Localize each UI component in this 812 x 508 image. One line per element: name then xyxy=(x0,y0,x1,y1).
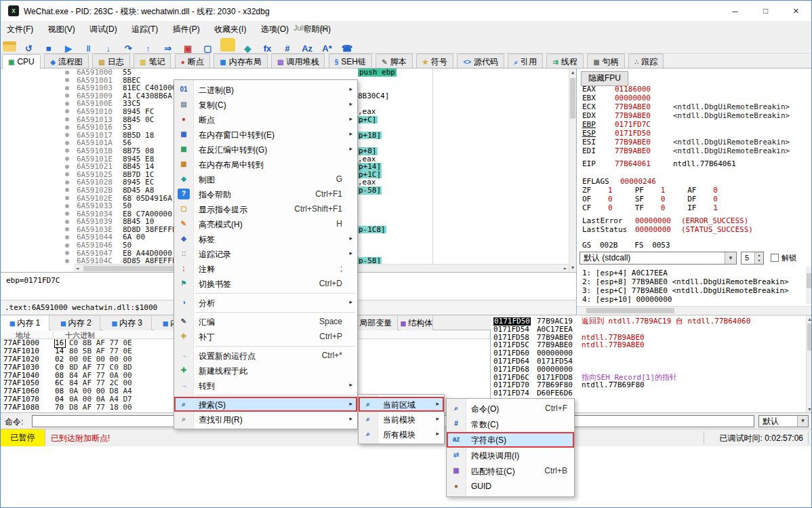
submenu-item[interactable]: ⌕ 当前模块 ▸ xyxy=(359,412,444,427)
scroll-down-arrow-icon[interactable]: ▼ xyxy=(807,407,812,412)
view-tab[interactable]: ◆流程图 xyxy=(44,54,89,68)
breakpoint-dot-icon[interactable] xyxy=(65,259,69,263)
submenu-item[interactable]: ⇄ 跨模块调用(I) xyxy=(447,448,574,463)
view-tab[interactable]: ▦内存布局 xyxy=(214,54,267,68)
register-row[interactable]: ESP 0171FD50 xyxy=(582,129,805,138)
context-menu-item[interactable]: ▦ 在内存布局中转到 xyxy=(174,157,357,172)
context-menu-item[interactable]: ◈ 标签 ▸ xyxy=(174,231,357,246)
context-menu-item[interactable]: ✎ 汇编 Space xyxy=(174,314,357,329)
flag-cell[interactable]: DF0 xyxy=(687,195,735,203)
scroll-up-arrow-icon[interactable]: ▲ xyxy=(807,317,812,321)
argument-depth-spinner[interactable]: 5▴▾ xyxy=(741,252,764,265)
hide-fpu-button[interactable]: 隐藏FPU xyxy=(581,71,628,86)
view-tab[interactable]: ⇉线程 xyxy=(546,54,583,68)
submenu-item[interactable]: az 字符串(S) xyxy=(447,432,574,448)
dump-tab[interactable]: ▦结构体 xyxy=(400,315,433,330)
context-menu-item[interactable]: ◑ 分析 ▸ xyxy=(174,295,357,310)
flag-cell[interactable]: OF0 xyxy=(582,195,630,203)
breakpoint-dot-icon[interactable] xyxy=(65,78,69,82)
submenu-item[interactable]: # 常数(C) xyxy=(447,416,574,432)
menu-item[interactable]: 调试(D) xyxy=(83,21,123,37)
breakpoint-dot-icon[interactable] xyxy=(65,180,69,184)
chevron-down-icon[interactable]: ▼ xyxy=(725,252,736,264)
breakpoint-dot-icon[interactable] xyxy=(65,220,69,224)
register-row[interactable]: EBP 0171FD7C xyxy=(582,120,805,129)
argument-row[interactable]: 4: [esp+10] 00000000 xyxy=(582,295,803,304)
chevron-down-icon[interactable]: ▼ xyxy=(797,416,808,427)
unlock-checkbox[interactable]: 解锁 xyxy=(771,253,796,263)
submenu-item[interactable]: ⌕ 命令(O) Ctrl+F xyxy=(447,401,574,416)
breakpoint-dot-icon[interactable] xyxy=(65,94,69,98)
log-bubble-icon[interactable] xyxy=(220,38,235,52)
view-tab[interactable]: §SEH链 xyxy=(329,54,372,68)
context-menu-item[interactable]: ◆ 制图 G xyxy=(174,172,357,187)
view-tab[interactable]: ▥笔记 xyxy=(134,54,171,68)
context-menu-item[interactable]: ✚ 补丁 Ctrl+P xyxy=(174,329,357,344)
dump-tab[interactable]: ▦内存 1 xyxy=(1,315,49,330)
flag-cell[interactable]: ZF1 xyxy=(582,186,630,195)
register-row[interactable]: EAX 01186000 xyxy=(582,85,805,94)
breakpoint-dot-icon[interactable] xyxy=(65,141,69,145)
last-error-row[interactable]: LastError 00000000 (ERROR_SUCCESS) xyxy=(582,216,623,225)
context-menu-item[interactable]: ⌕ 搜索(S) ▸ xyxy=(174,397,357,412)
context-menu-item[interactable]: 01 二进制(B) ▸ xyxy=(174,82,357,97)
scroll-up-arrow-icon[interactable]: ▲ xyxy=(569,70,576,75)
breakpoint-dot-icon[interactable] xyxy=(65,196,69,200)
flag-cell[interactable]: PF1 xyxy=(635,186,683,195)
context-menu-item[interactable]: ● 断点 ▸ xyxy=(174,112,357,127)
context-menu-item[interactable]: ; 注释 ; xyxy=(174,261,357,276)
scroll-left-arrow-icon[interactable]: ◄ xyxy=(76,266,79,271)
breakpoint-dot-icon[interactable] xyxy=(65,243,69,248)
view-tab[interactable]: ●断点 xyxy=(175,54,210,68)
context-menu-item[interactable]: ? 指令帮助 Ctrl+F1 xyxy=(174,187,357,201)
scrollbar-thumb[interactable] xyxy=(586,308,674,313)
segment-cell[interactable]: FS0053 xyxy=(634,241,670,250)
flag-cell[interactable]: CF0 xyxy=(582,203,630,212)
context-menu-item[interactable]: ▦ 在内存窗口中转到(E) ▸ xyxy=(174,127,357,142)
flag-cell[interactable]: SF0 xyxy=(635,195,683,203)
dump-tab[interactable]: ▦内存 3 xyxy=(103,315,152,330)
scroll-down-arrow-icon[interactable]: ▼ xyxy=(569,265,576,271)
minimize-button[interactable]: – xyxy=(720,1,750,21)
stack-row[interactable]: 0171FD68 00000000 xyxy=(491,366,806,374)
segment-cell[interactable]: GS002B xyxy=(582,241,618,250)
view-tab[interactable]: ⌕引用 xyxy=(508,54,543,68)
flag-cell[interactable]: AF0 xyxy=(687,186,735,195)
eip-row[interactable]: EIP 77B64061 ntdll.77B64061 xyxy=(582,159,596,168)
breakpoint-dot-icon[interactable] xyxy=(65,157,69,161)
menu-item[interactable]: 视图(V) xyxy=(42,21,81,37)
register-row[interactable]: EDX 77B9ABE0 <ntdll.DbgUiRemoteBreakin> xyxy=(582,111,805,120)
view-tab[interactable]: <>源代码 xyxy=(457,54,504,68)
submenu-item[interactable]: ⌕ 当前区域 ▸ xyxy=(359,397,444,412)
submenu-item[interactable]: ⌕ 所有模块 ▸ xyxy=(359,427,444,442)
scrollbar-thumb[interactable] xyxy=(807,273,811,288)
breakpoint-dot-icon[interactable] xyxy=(65,117,69,121)
flag-cell[interactable]: TF0 xyxy=(635,203,683,212)
calling-convention-combo[interactable]: 默认 (stdcall)▼ xyxy=(580,252,737,265)
breakpoint-dot-icon[interactable] xyxy=(65,102,69,106)
stack-row[interactable]: 0171FD64 0171FD54 xyxy=(491,357,806,366)
breakpoint-dot-icon[interactable] xyxy=(65,86,69,90)
flag-cell[interactable]: IF1 xyxy=(687,203,735,212)
context-menu-item[interactable]: → 转到 ▸ xyxy=(174,378,357,393)
breakpoint-dot-icon[interactable] xyxy=(65,133,69,137)
breakpoint-dot-icon[interactable] xyxy=(65,235,69,239)
register-row[interactable]: EBX 00000000 xyxy=(582,94,805,102)
disasm-vertical-scrollbar[interactable]: ▲ ▼ xyxy=(569,69,576,272)
argument-row[interactable]: 1: [esp+4] A0C17EEA xyxy=(582,269,803,277)
menu-item[interactable]: 插件(P) xyxy=(167,21,206,37)
context-menu-item[interactable]: → 设置新的运行点 Ctrl+* xyxy=(174,348,357,363)
context-menu-item[interactable]: ▤ 复制(C) ▸ xyxy=(174,97,357,112)
breakpoint-dot-icon[interactable] xyxy=(65,165,69,169)
view-tab[interactable]: ▣CPU xyxy=(2,54,41,69)
arguments-horizontal-scrollbar[interactable] xyxy=(577,306,812,314)
context-menu-item[interactable]: ✚ 新建线程于此 xyxy=(174,363,357,378)
close-button[interactable]: × xyxy=(781,1,811,21)
breakpoint-dot-icon[interactable] xyxy=(65,109,69,113)
argument-row[interactable]: 2: [esp+8] 77B9ABE0 <ntdll.DbgUiRemoteBr… xyxy=(582,277,803,286)
breakpoint-dot-icon[interactable] xyxy=(65,212,69,216)
context-menu-item[interactable]: :: 追踪记录 ▸ xyxy=(174,246,357,261)
context-menu-item[interactable]: ▢ 显示指令提示 Ctrl+Shift+F1 xyxy=(174,201,357,216)
scrollbar-thumb[interactable] xyxy=(807,324,812,351)
register-row[interactable]: ESI 77B9ABE0 <ntdll.DbgUiRemoteBreakin> xyxy=(582,138,805,146)
